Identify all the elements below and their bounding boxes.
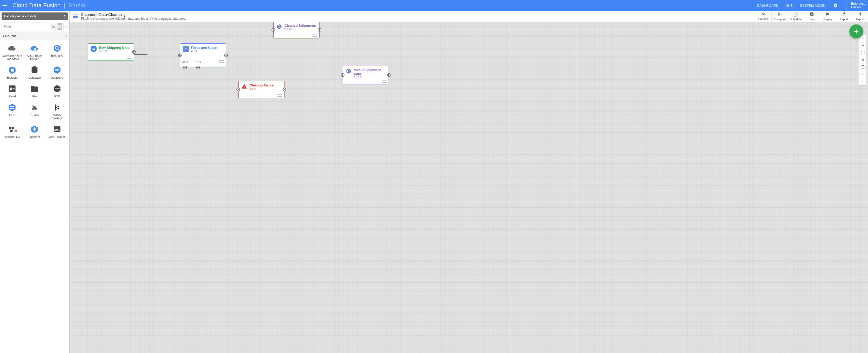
plugin-label: Database	[29, 76, 41, 79]
hamburger-icon[interactable]	[3, 2, 9, 8]
xml-icon: XML	[53, 125, 62, 134]
bigquery-icon	[345, 68, 352, 74]
plugin-db[interactable]: Database	[24, 65, 45, 80]
pipeline-description[interactable]: Pipeline that cleans raw shipment data a…	[81, 17, 186, 21]
export-button[interactable]: Export	[852, 11, 868, 22]
plugin-label: Amazon S3	[5, 135, 20, 138]
port-out[interactable]	[224, 54, 228, 57]
save-button[interactable]: Save	[804, 11, 820, 22]
svg-rect-32	[73, 16, 78, 17]
plugin-excel[interactable]: X≡ Excel	[2, 83, 23, 99]
svg-text:S3: S3	[14, 130, 17, 132]
brand: Cloud Data Fusion | Studio	[12, 2, 85, 9]
deploy-button[interactable]: Deploy	[820, 11, 836, 22]
nav-system-admin[interactable]: SYSTEM ADMIN	[800, 4, 826, 7]
svg-point-17	[32, 105, 34, 107]
plugin-xml[interactable]: XML XML Reader	[46, 124, 68, 139]
nav-dashboard[interactable]: DASHBOARD	[757, 4, 778, 7]
add-node-fab[interactable]: +	[849, 24, 863, 38]
plugin-label: Microsoft Azure Blob Store	[2, 54, 22, 61]
plugin-hbase[interactable]: HBase	[24, 102, 45, 121]
node-menu-icon[interactable]	[219, 60, 224, 63]
plugin-file[interactable]: File	[24, 83, 45, 99]
filter-input[interactable]	[2, 23, 50, 30]
category-header-source[interactable]: Source 15	[0, 32, 69, 40]
pipeline-type-select[interactable]: Data Pipeline - Batch ▲▼	[2, 12, 68, 20]
svg-rect-5	[11, 68, 13, 71]
eye-icon: 👁	[761, 12, 766, 17]
node-invalid-shipment-data[interactable]: Invalid Shipment Data 0.13.2	[343, 66, 389, 84]
file-icon	[30, 84, 39, 93]
node-menu-icon[interactable]	[312, 34, 317, 37]
plugin-label: FTP	[54, 95, 60, 98]
svg-marker-14	[9, 104, 16, 111]
fit-to-screen-button[interactable]: ⛶	[859, 49, 866, 56]
view-grid-button[interactable]: ▦	[57, 23, 62, 30]
port-out[interactable]	[283, 88, 286, 91]
plugin-gcs[interactable]: GCS	[2, 102, 23, 121]
plugin-label: File	[32, 95, 37, 98]
node-menu-icon[interactable]	[382, 81, 386, 83]
svg-rect-31	[73, 14, 78, 15]
port-out[interactable]	[387, 73, 391, 77]
node-parse-and-clean[interactable]: ✦ Parse and Clean 4.1.4 Alert Error	[180, 43, 226, 67]
node-menu-icon[interactable]	[277, 94, 282, 97]
left-panel: Data Pipeline - Batch ▲▼ ☰ ▦ « Source 15…	[0, 11, 69, 353]
pipeline-title[interactable]: Shipment-Data-Cleansing	[81, 12, 186, 17]
preview-button[interactable]: 👁Preview	[755, 11, 771, 22]
plugin-bigtable[interactable]: Bigtable	[2, 65, 23, 80]
db-icon	[30, 66, 39, 74]
node-raw-shipping-data[interactable]: Raw Shipping Data 0.13.2	[88, 43, 134, 61]
nav-hub[interactable]: HUB	[786, 4, 793, 7]
svg-marker-7	[54, 66, 60, 74]
port-in[interactable]	[341, 73, 344, 77]
svg-rect-35	[92, 49, 95, 50]
undo-button[interactable]: ↶	[859, 71, 866, 78]
plugin-azure[interactable]: Microsoft Azure Blob Store	[2, 43, 23, 62]
plugin-datastore[interactable]: Datastore	[46, 65, 68, 80]
port-alert[interactable]: Alert	[182, 66, 188, 69]
port-out[interactable]	[318, 28, 321, 32]
plugin-kafka[interactable]: Kafka Consumer	[46, 102, 68, 121]
port-out[interactable]	[132, 50, 136, 54]
pipeline-header: Shipment-Data-Cleansing Pipeline that cl…	[69, 11, 868, 22]
plugin-adls[interactable]: ADLS Batch Source	[24, 43, 45, 62]
hbase-icon	[30, 103, 39, 112]
port-error[interactable]: Error	[195, 66, 201, 69]
canvas[interactable]: + − ⛶ ✥ 💬 ↶ ↷	[69, 22, 868, 353]
spanner-icon	[30, 125, 39, 134]
bigtable-icon	[8, 66, 17, 74]
svg-marker-1	[54, 45, 60, 52]
plugin-ftp[interactable]: FTP FTP	[46, 83, 68, 99]
node-menu-icon[interactable]	[127, 57, 132, 59]
plugin-bq[interactable]: BigQuery	[46, 43, 68, 62]
port-in[interactable]	[272, 28, 275, 32]
plugin-label: GCS	[9, 114, 15, 117]
plugin-label: XML Reader	[49, 135, 65, 138]
plugin-label: Bigtable	[7, 76, 18, 79]
schedule-button[interactable]: 🕒Schedule	[787, 11, 804, 22]
ftp-icon: FTP	[53, 84, 62, 93]
plugin-label: Datastore	[51, 76, 63, 79]
settings-gear-icon[interactable]	[833, 3, 838, 8]
port-in[interactable]	[178, 54, 182, 57]
comments-button[interactable]: 💬	[859, 64, 866, 71]
collapse-panel-button[interactable]: «	[63, 23, 68, 30]
svg-rect-34	[92, 48, 95, 49]
plugin-spanner[interactable]: Spanner	[24, 124, 45, 139]
plugin-s3[interactable]: S3 Amazon S3	[2, 124, 23, 139]
zoom-tools: + − ⛶ ✥ 💬 ↶ ↷	[859, 34, 866, 86]
node-cleanup-errors[interactable]: Cleanup Errors 2.3.4	[238, 81, 284, 98]
view-list-button[interactable]: ☰	[52, 23, 56, 30]
configure-button[interactable]: Configure	[771, 11, 787, 22]
svg-rect-24	[12, 127, 14, 130]
redo-button[interactable]: ↷	[859, 78, 866, 86]
select-stepper-icon: ▲▼	[63, 14, 65, 18]
edition-badge: Enterprise Edition	[846, 2, 865, 9]
align-button[interactable]: ✥	[859, 56, 866, 64]
import-button[interactable]: Import	[836, 11, 852, 22]
zoom-out-button[interactable]: −	[859, 42, 866, 49]
port-in[interactable]	[237, 88, 240, 91]
node-cleaned-shipments[interactable]: Cleaned Shipments 0.13.2	[273, 22, 319, 38]
svg-rect-16	[10, 108, 14, 109]
